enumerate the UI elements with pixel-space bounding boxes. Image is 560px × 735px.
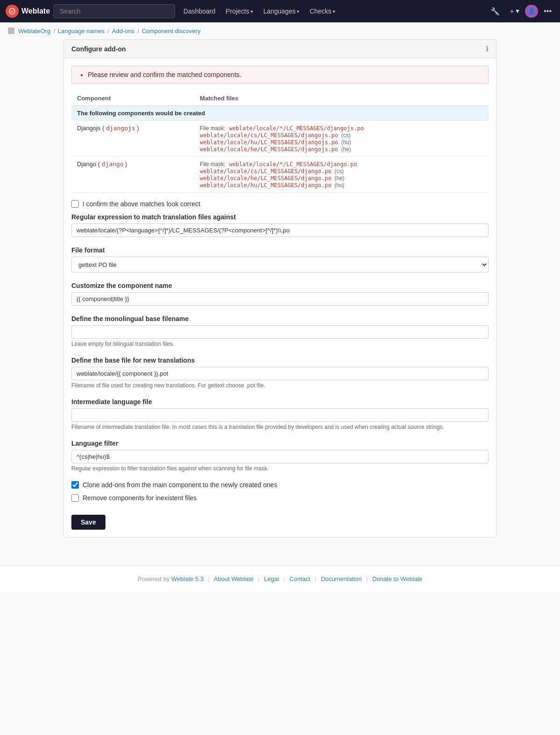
- footer: Powered by Weblate 5.3 | About Weblate |…: [0, 566, 560, 592]
- nav-dashboard[interactable]: Dashboard: [179, 5, 220, 18]
- nav-languages[interactable]: Languages ▾: [259, 5, 304, 18]
- file-link-django-hu[interactable]: weblate/locale/hu/LC_MESSAGES/django.po: [200, 182, 331, 189]
- brand-link[interactable]: Weblate: [6, 5, 50, 18]
- monolingual-base-field-group: Define the monolingual base filename Lea…: [71, 315, 489, 347]
- file-mask-link-djangojs[interactable]: weblate/locale/*/LC_MESSAGES/djangojs.po: [229, 125, 364, 132]
- powered-by-text: Powered by: [138, 575, 170, 582]
- card-header: Configure add-on ℹ: [64, 40, 496, 58]
- file-mask-link-django[interactable]: weblate/locale/*/LC_MESSAGES/django.po: [229, 161, 357, 168]
- file-format-select[interactable]: gettext PO file XLIFF JSON PHP Ruby YAML: [71, 257, 489, 273]
- ellipsis-icon: •••: [544, 7, 552, 15]
- card-title: Configure add-on: [71, 45, 126, 53]
- user-avatar[interactable]: 👤: [525, 5, 538, 18]
- clone-addons-label[interactable]: Clone add-ons from the main component to…: [83, 481, 277, 489]
- intermediate-lang-label: Intermediate language file: [71, 398, 489, 406]
- footer-about-link[interactable]: About Weblate: [214, 575, 253, 582]
- save-button[interactable]: Save: [71, 515, 105, 530]
- file-hu-djangojs: weblate/locale/hu/LC_MESSAGES/djangojs.p…: [200, 139, 483, 146]
- main-content: Configure add-on ℹ Please review and con…: [56, 39, 504, 566]
- remove-components-checkbox[interactable]: [71, 494, 79, 502]
- section-header-text: The following components would be create…: [71, 106, 489, 121]
- footer-sep-4: |: [315, 575, 316, 582]
- file-link-djangojs-hu[interactable]: weblate/locale/hu/LC_MESSAGES/djangojs.p…: [200, 139, 338, 146]
- component-cell-djangojs: Djangojs ( djangojs ): [71, 121, 194, 157]
- info-icon[interactable]: ℹ: [486, 44, 489, 53]
- file-link-django-cs[interactable]: weblate/locale/cs/LC_MESSAGES/django.po: [200, 168, 331, 175]
- language-filter-label: Language filter: [71, 440, 489, 447]
- more-options-button[interactable]: •••: [541, 4, 554, 18]
- component-name-djangojs: Djangojs ( djangojs ): [77, 125, 139, 132]
- intermediate-lang-hint: Filename of intermediate translation fil…: [71, 424, 489, 430]
- regex-field-group: Regular expression to match translation …: [71, 213, 489, 237]
- language-filter-hint: Regular expression to filter translation…: [71, 465, 489, 472]
- languages-caret-icon: ▾: [297, 9, 299, 14]
- breadcrumb-addons-link[interactable]: Add-ons: [112, 28, 134, 35]
- table-row: Django ( django ) File mask: weblate/loc…: [71, 157, 489, 193]
- col-matched: Matched files: [194, 91, 489, 106]
- file-he-djangojs: weblate/locale/he/LC_MESSAGES/djangojs.p…: [200, 146, 483, 153]
- components-table: Component Matched files The following co…: [71, 91, 489, 193]
- files-cell-django: File mask: weblate/locale/*/LC_MESSAGES/…: [194, 157, 489, 193]
- add-button[interactable]: ＋▾: [505, 4, 522, 19]
- intermediate-lang-input[interactable]: [71, 408, 489, 422]
- search-container: [54, 4, 175, 18]
- navbar-nav: Dashboard Projects ▾ Languages ▾ Checks …: [179, 5, 340, 18]
- file-link-django-he[interactable]: weblate/locale/he/LC_MESSAGES/django.po: [200, 175, 331, 182]
- breadcrumb-addons: Add-ons: [112, 28, 134, 35]
- settings-button[interactable]: 🔧: [488, 4, 503, 19]
- remove-components-label[interactable]: Remove components for inexistent files: [83, 494, 196, 502]
- wrench-icon: 🔧: [490, 7, 500, 15]
- regex-input[interactable]: [71, 224, 489, 237]
- component-name-label: Customize the component name: [71, 282, 489, 289]
- confirm-checkbox[interactable]: [71, 200, 79, 208]
- footer-sep-2: |: [258, 575, 259, 582]
- breadcrumb: WeblateOrg / Language names / Add-ons / …: [0, 22, 560, 39]
- file-he-django: weblate/locale/he/LC_MESSAGES/django.po …: [200, 175, 483, 182]
- confirm-checkbox-group: I confirm the above matches look correct: [71, 200, 489, 208]
- footer-contact-link[interactable]: Contact: [289, 575, 310, 582]
- footer-docs-link[interactable]: Documentation: [321, 575, 362, 582]
- file-link-djangojs-cs[interactable]: weblate/locale/cs/LC_MESSAGES/djangojs.p…: [200, 132, 338, 139]
- breadcrumb-lang-names-link[interactable]: Language names: [58, 28, 105, 35]
- nav-checks[interactable]: Checks ▾: [305, 5, 340, 18]
- base-file-input[interactable]: [71, 367, 489, 380]
- navbar: Weblate Dashboard Projects ▾ Languages ▾…: [0, 0, 560, 22]
- regex-label: Regular expression to match translation …: [71, 213, 489, 221]
- component-name-django: Django ( django ): [77, 161, 127, 168]
- monolingual-base-hint: Leave empty for bilingual translation fi…: [71, 341, 489, 347]
- footer-weblate-link[interactable]: Weblate 5.3: [171, 575, 203, 582]
- file-format-field-group: File format gettext PO file XLIFF JSON P…: [71, 246, 489, 273]
- component-name-input[interactable]: [71, 292, 489, 306]
- footer-sep-3: |: [283, 575, 285, 582]
- breadcrumb-sep-3: /: [137, 28, 139, 35]
- component-cell-django: Django ( django ): [71, 157, 194, 193]
- language-filter-input[interactable]: [71, 450, 489, 463]
- breadcrumb-current-link[interactable]: Component discovery: [142, 28, 201, 35]
- file-mask-row-django: File mask: weblate/locale/*/LC_MESSAGES/…: [200, 161, 483, 168]
- monolingual-base-input[interactable]: [71, 325, 489, 339]
- breadcrumb-org: WeblateOrg: [7, 27, 50, 35]
- breadcrumb-current: Component discovery: [142, 28, 201, 35]
- file-cs-django: weblate/locale/cs/LC_MESSAGES/django.po …: [200, 168, 483, 175]
- clone-addons-checkbox[interactable]: [71, 481, 79, 489]
- checks-caret-icon: ▾: [333, 9, 335, 14]
- search-input[interactable]: [54, 4, 175, 18]
- footer-sep-5: |: [366, 575, 368, 582]
- plus-icon: ＋▾: [508, 7, 519, 15]
- nav-projects[interactable]: Projects ▾: [221, 5, 258, 18]
- component-name-field-group: Customize the component name: [71, 282, 489, 306]
- confirm-label[interactable]: I confirm the above matches look correct: [83, 200, 200, 208]
- language-filter-field-group: Language filter Regular expression to fi…: [71, 440, 489, 472]
- file-cs-djangojs: weblate/locale/cs/LC_MESSAGES/djangojs.p…: [200, 132, 483, 139]
- projects-caret-icon: ▾: [251, 9, 253, 14]
- breadcrumb-sep-1: /: [53, 28, 55, 35]
- breadcrumb-org-link[interactable]: WeblateOrg: [18, 28, 50, 35]
- alert-danger: Please review and confirm the matched co…: [71, 66, 489, 84]
- clone-addons-checkbox-group: Clone add-ons from the main component to…: [71, 481, 489, 489]
- footer-legal-link[interactable]: Legal: [264, 575, 279, 582]
- breadcrumb-sep-2: /: [107, 28, 109, 35]
- brand-name: Weblate: [21, 7, 50, 15]
- footer-donate-link[interactable]: Donate to Weblate: [372, 575, 422, 582]
- base-file-label: Define the base file for new translation…: [71, 357, 489, 364]
- file-link-djangojs-he[interactable]: weblate/locale/he/LC_MESSAGES/djangojs.p…: [200, 146, 338, 153]
